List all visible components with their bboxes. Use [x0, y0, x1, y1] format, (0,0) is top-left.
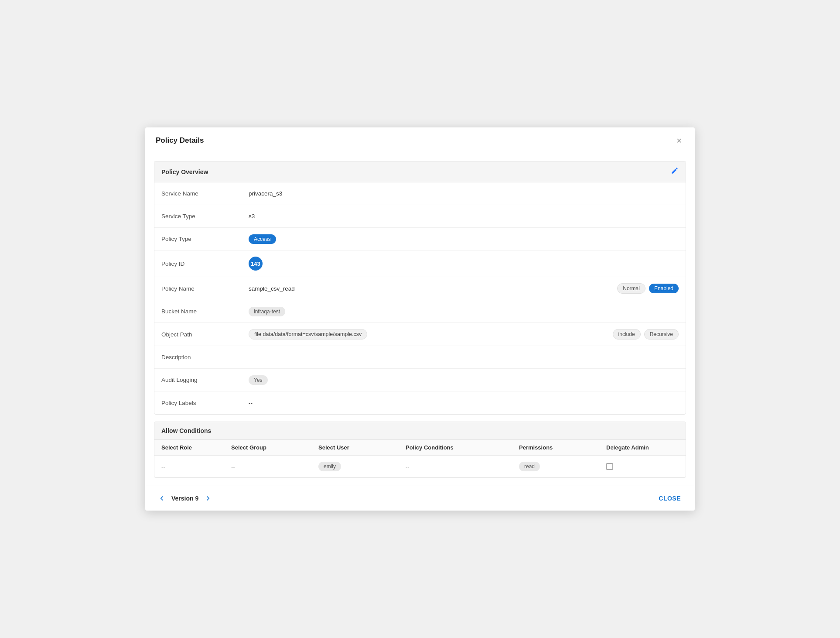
col-permissions: Permissions	[519, 444, 606, 451]
allow-conditions-table-header: Select Role Select Group Select User Pol…	[154, 440, 686, 456]
policy-details-dialog: Policy Details × Policy Overview Service…	[145, 127, 695, 511]
include-badge: include	[613, 329, 641, 340]
field-bucket-name: Bucket Name infraqa-test	[154, 300, 686, 323]
cell-permissions: read	[519, 462, 606, 471]
object-path-badge: file data/data/format=csv/sample/sample.…	[249, 329, 367, 340]
value-service-name: privacera_s3	[249, 190, 679, 197]
policy-overview-section: Policy Overview Service Name privacera_s…	[154, 161, 686, 415]
field-audit-logging: Audit Logging Yes	[154, 369, 686, 391]
close-button[interactable]: CLOSE	[655, 493, 684, 504]
object-path-right-badges: include Recursive	[613, 329, 679, 340]
field-service-name: Service Name privacera_s3	[154, 182, 686, 205]
version-label: Version 9	[171, 495, 198, 502]
table-row: -- -- emily -- read	[154, 456, 686, 477]
version-prev-button[interactable]	[156, 493, 168, 504]
audit-logging-badge: Yes	[249, 375, 268, 385]
dialog-close-x-button[interactable]: ×	[674, 135, 684, 146]
cell-group: --	[231, 463, 318, 470]
field-object-path: Object Path file data/data/format=csv/sa…	[154, 323, 686, 346]
policy-name-right-badges: Normal Enabled	[617, 283, 679, 294]
label-policy-labels: Policy Labels	[161, 400, 249, 406]
label-bucket-name: Bucket Name	[161, 308, 249, 315]
label-description: Description	[161, 354, 249, 360]
delegate-admin-checkbox[interactable]	[606, 463, 613, 470]
field-policy-id: Policy ID 143	[154, 250, 686, 277]
policy-overview-edit-button[interactable]	[671, 167, 679, 177]
allow-conditions-section: Allow Conditions Select Role Select Grou…	[154, 422, 686, 478]
value-policy-type: Access	[249, 234, 679, 244]
value-service-type: s3	[249, 213, 679, 220]
cell-role: --	[161, 463, 231, 470]
value-object-path: file data/data/format=csv/sample/sample.…	[249, 329, 613, 340]
label-object-path: Object Path	[161, 331, 249, 338]
label-policy-type: Policy Type	[161, 236, 249, 242]
value-policy-id: 143	[249, 257, 679, 271]
normal-badge: Normal	[617, 283, 645, 294]
user-badge-emily: emily	[318, 462, 341, 471]
allow-conditions-header: Allow Conditions	[154, 422, 686, 440]
label-policy-id: Policy ID	[161, 261, 249, 267]
allow-conditions-title: Allow Conditions	[161, 427, 211, 434]
version-next-button[interactable]	[202, 493, 214, 504]
value-policy-name: sample_csv_read	[249, 285, 617, 292]
field-policy-name: Policy Name sample_csv_read Normal Enabl…	[154, 277, 686, 300]
cell-policy-conditions: --	[406, 463, 519, 470]
policy-id-badge: 143	[249, 257, 263, 271]
col-policy-conditions: Policy Conditions	[406, 444, 519, 451]
label-service-type: Service Type	[161, 213, 249, 220]
dialog-header: Policy Details ×	[145, 127, 695, 153]
version-navigation: Version 9	[156, 493, 214, 504]
recursive-badge: Recursive	[644, 329, 679, 340]
col-select-role: Select Role	[161, 444, 231, 451]
field-description: Description	[154, 346, 686, 369]
value-policy-labels: --	[249, 400, 679, 406]
field-policy-labels: Policy Labels --	[154, 391, 686, 414]
value-bucket-name: infraqa-test	[249, 307, 679, 316]
label-service-name: Service Name	[161, 190, 249, 197]
dialog-title: Policy Details	[156, 136, 204, 145]
col-select-group: Select Group	[231, 444, 318, 451]
value-audit-logging: Yes	[249, 375, 679, 385]
field-service-type: Service Type s3	[154, 205, 686, 228]
cell-delegate-admin	[606, 463, 693, 470]
label-policy-name: Policy Name	[161, 285, 249, 292]
policy-overview-header: Policy Overview	[154, 161, 686, 182]
label-audit-logging: Audit Logging	[161, 377, 249, 383]
bucket-name-badge: infraqa-test	[249, 307, 285, 316]
permissions-badge-read: read	[519, 462, 540, 471]
enabled-badge: Enabled	[649, 284, 679, 293]
policy-overview-title: Policy Overview	[161, 168, 208, 175]
col-select-user: Select User	[318, 444, 406, 451]
field-policy-type: Policy Type Access	[154, 228, 686, 250]
policy-type-badge: Access	[249, 234, 276, 244]
col-delegate-admin: Delegate Admin	[606, 444, 693, 451]
cell-user: emily	[318, 462, 406, 471]
dialog-footer: Version 9 CLOSE	[145, 486, 695, 511]
